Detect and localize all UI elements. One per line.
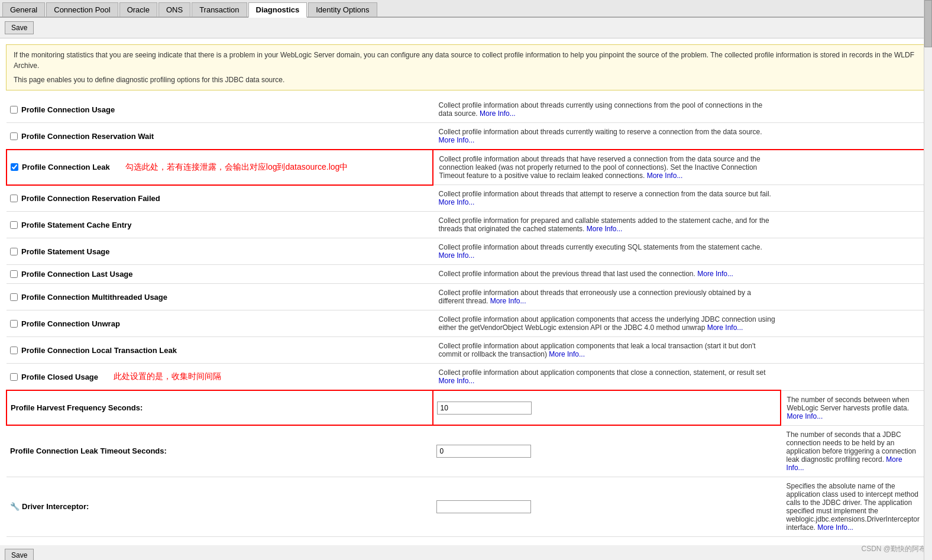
checkbox-profile-connection-reservation-failed[interactable] (10, 195, 18, 202)
bottom-toolbar: Save (0, 545, 932, 561)
label-harvest-frequency: Profile Harvest Frequency Seconds: (11, 403, 143, 412)
input-harvest-frequency[interactable] (437, 402, 532, 415)
save-button-bottom[interactable]: Save (5, 549, 34, 561)
label-profile-statement-cache-entry: Profile Statement Cache Entry (21, 221, 131, 229)
save-button-top[interactable]: Save (5, 21, 34, 34)
checkbox-profile-connection-multithreaded-usage[interactable] (10, 293, 18, 301)
icon-driver-interceptor: 🔧 (10, 502, 20, 511)
desc-profile-connection-local-transaction-leak: Collect profile information about applic… (433, 337, 781, 364)
more-link-profile-connection-reservation-wait[interactable]: More Info... (439, 136, 475, 144)
label-profile-closed-usage: Profile Closed Usage (21, 373, 98, 381)
tab-ons[interactable]: ONS (158, 2, 190, 17)
more-link-profile-connection-unwrap[interactable]: More Info... (707, 323, 743, 332)
desc-driver-interceptor: Specifies the absolute name of the appli… (781, 477, 925, 536)
checkbox-profile-connection-last-usage[interactable] (10, 270, 18, 278)
more-link-profile-connection-usage[interactable]: More Info... (480, 109, 516, 118)
row-driver-interceptor: 🔧Driver Interceptor:Specifies the absolu… (7, 477, 925, 536)
checkbox-profile-connection-local-transaction-leak[interactable] (10, 347, 18, 354)
desc-connection-leak-timeout: The number of seconds that a JDBC connec… (781, 425, 925, 477)
label-connection-leak-timeout: Profile Connection Leak Timeout Seconds: (10, 446, 167, 455)
desc-profile-closed-usage: Collect profile information about applic… (433, 364, 781, 391)
content-area: Profile Connection UsageCollect profile … (0, 96, 932, 543)
tab-connection-pool[interactable]: Connection Pool (46, 2, 118, 17)
top-toolbar: Save (0, 18, 932, 38)
annotation-profile-connection-leak: 勾选此处，若有连接泄露，会输出对应log到datasource.log中 (125, 162, 348, 173)
more-link-profile-connection-local-transaction-leak[interactable]: More Info... (549, 350, 585, 358)
label-driver-interceptor: Driver Interceptor: (22, 502, 89, 511)
row-harvest-frequency: Profile Harvest Frequency Seconds:The nu… (7, 390, 925, 425)
more-link-profile-statement-cache-entry[interactable]: More Info... (587, 225, 623, 233)
label-profile-connection-local-transaction-leak: Profile Connection Local Transaction Lea… (21, 346, 177, 355)
more-link-profile-statement-usage[interactable]: More Info... (439, 251, 475, 260)
more-link-profile-connection-leak[interactable]: More Info... (647, 171, 683, 180)
input-connection-leak-timeout[interactable] (436, 445, 531, 458)
checkbox-profile-connection-usage[interactable] (10, 106, 18, 114)
more-link-profile-connection-multithreaded-usage[interactable]: More Info... (490, 297, 526, 305)
desc-profile-statement-usage: Collect profile information about thread… (433, 238, 781, 265)
info-main-text: If the monitoring statistics that you ar… (14, 51, 914, 70)
desc-harvest-frequency: The number of seconds between when WebLo… (781, 390, 925, 425)
input-driver-interceptor[interactable] (436, 500, 531, 513)
desc-profile-connection-reservation-failed: Collect profile information about thread… (433, 185, 781, 212)
tab-transaction[interactable]: Transaction (192, 2, 247, 17)
watermark: CSDN @勤快的阿布 (861, 544, 926, 554)
checkbox-profile-connection-leak[interactable] (11, 163, 18, 171)
label-profile-connection-last-usage: Profile Connection Last Usage (21, 270, 133, 279)
row-connection-leak-timeout: Profile Connection Leak Timeout Seconds:… (7, 425, 925, 477)
more-link-driver-interceptor[interactable]: More Info... (817, 523, 853, 532)
checkbox-profile-closed-usage[interactable] (10, 373, 18, 381)
tab-bar: General Connection Pool Oracle ONS Trans… (0, 0, 932, 18)
checkbox-profile-statement-cache-entry[interactable] (10, 221, 18, 229)
scrollbar-thumb[interactable] (924, 0, 932, 47)
scrollbar[interactable] (924, 0, 932, 560)
label-profile-connection-reservation-failed: Profile Connection Reservation Failed (21, 194, 160, 203)
desc-profile-connection-reservation-wait: Collect profile information about thread… (433, 123, 781, 150)
annotation-profile-closed-usage: 此处设置的是，收集时间间隔 (114, 371, 221, 382)
more-link-harvest-frequency[interactable]: More Info... (787, 412, 823, 420)
label-profile-connection-leak: Profile Connection Leak (22, 163, 110, 171)
desc-profile-connection-unwrap: Collect profile information about applic… (433, 310, 781, 337)
label-profile-statement-usage: Profile Statement Usage (21, 247, 110, 256)
desc-profile-connection-usage: Collect profile information about thread… (433, 96, 781, 123)
tab-oracle[interactable]: Oracle (119, 2, 157, 17)
tab-general[interactable]: General (2, 2, 45, 17)
settings-table: Profile Connection UsageCollect profile … (6, 96, 926, 537)
desc-profile-connection-multithreaded-usage: Collect profile information about thread… (433, 284, 781, 310)
label-profile-connection-unwrap: Profile Connection Unwrap (21, 319, 120, 328)
more-link-profile-connection-reservation-failed[interactable]: More Info... (439, 198, 475, 206)
tab-identity-options[interactable]: Identity Options (308, 2, 377, 17)
desc-profile-connection-leak: Collect profile information about thread… (433, 150, 781, 185)
desc-profile-connection-last-usage: Collect profile information about the pr… (433, 265, 781, 284)
label-profile-connection-usage: Profile Connection Usage (21, 105, 115, 114)
checkbox-profile-connection-unwrap[interactable] (10, 320, 18, 328)
checkbox-profile-connection-reservation-wait[interactable] (10, 132, 18, 140)
checkbox-profile-statement-usage[interactable] (10, 248, 18, 255)
desc-profile-statement-cache-entry: Collect profile information for prepared… (433, 212, 781, 238)
more-link-profile-closed-usage[interactable]: More Info... (439, 377, 475, 385)
info-sub-text: This page enables you to define diagnost… (14, 75, 918, 85)
more-link-profile-connection-last-usage[interactable]: More Info... (697, 270, 733, 278)
label-profile-connection-multithreaded-usage: Profile Connection Multithreaded Usage (21, 293, 167, 302)
tab-diagnostics[interactable]: Diagnostics (248, 2, 308, 18)
label-profile-connection-reservation-wait: Profile Connection Reservation Wait (21, 132, 154, 141)
info-box: If the monitoring statistics that you ar… (6, 44, 926, 90)
